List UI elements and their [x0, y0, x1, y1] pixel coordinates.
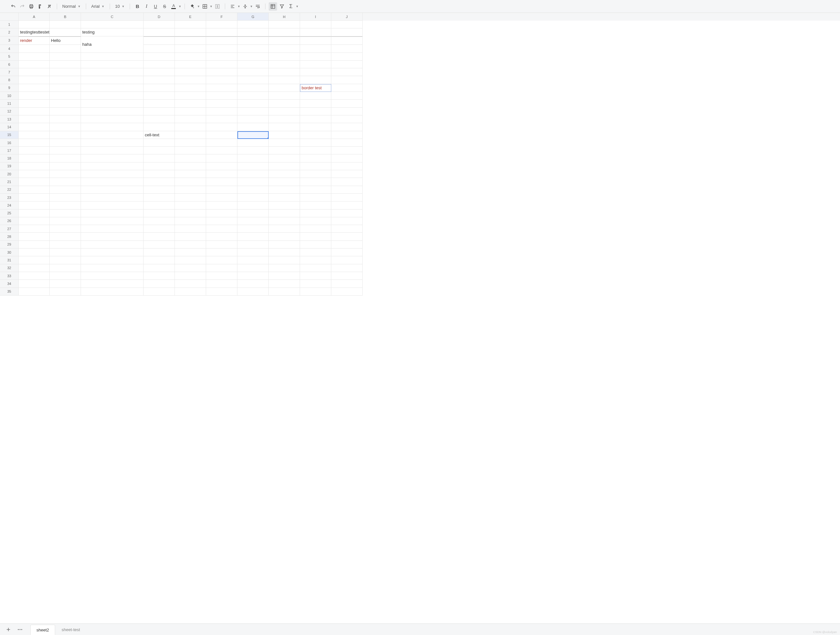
cell-H31[interactable] [269, 256, 300, 264]
cell-H17[interactable] [269, 147, 300, 154]
row-header-1[interactable]: 1 [0, 20, 19, 28]
cell-C33[interactable] [81, 272, 144, 280]
cell-B11[interactable] [50, 99, 81, 107]
cell-H25[interactable] [269, 210, 300, 217]
cell-C34[interactable] [81, 280, 144, 288]
cell-A14[interactable] [19, 123, 50, 131]
cell-J8[interactable] [331, 76, 363, 84]
valign-button[interactable]: ▼ [241, 2, 253, 11]
row-header-33[interactable]: 33 [0, 272, 19, 280]
cell-F35[interactable] [206, 288, 237, 296]
cell-C30[interactable] [81, 249, 144, 256]
cell-B30[interactable] [50, 249, 81, 256]
cell-H6[interactable] [269, 61, 300, 68]
cell-C31[interactable] [81, 256, 144, 264]
row-header-12[interactable]: 12 [0, 108, 19, 115]
cell-D3[interactable] [144, 36, 175, 45]
row-header-8[interactable]: 8 [0, 76, 19, 84]
row-header-27[interactable]: 27 [0, 225, 19, 233]
cell-G10[interactable] [237, 92, 269, 99]
cell-B27[interactable] [50, 225, 81, 233]
cell-F27[interactable] [206, 225, 237, 233]
cell-D22[interactable] [144, 186, 175, 194]
cell-B35[interactable] [50, 288, 81, 296]
cell-C17[interactable] [81, 147, 144, 154]
cell-E8[interactable] [175, 76, 206, 84]
cell-H11[interactable] [269, 99, 300, 107]
fill-color-button[interactable]: ▼ [188, 2, 200, 11]
cell-H19[interactable] [269, 162, 300, 170]
cell-F10[interactable] [206, 92, 237, 99]
cell-C16[interactable] [81, 139, 144, 147]
cell-B10[interactable] [50, 92, 81, 99]
cell-I11[interactable] [300, 99, 331, 107]
cell-C32[interactable] [81, 264, 144, 272]
cell-G21[interactable] [237, 178, 269, 186]
cell-H23[interactable] [269, 194, 300, 202]
cell-G12[interactable] [237, 108, 269, 115]
cell-G32[interactable] [237, 264, 269, 272]
cell-I17[interactable] [300, 147, 331, 154]
cell-C26[interactable] [81, 217, 144, 225]
selection-handle[interactable] [267, 138, 269, 139]
underline-button[interactable]: U [151, 2, 159, 11]
cell-D25[interactable] [144, 210, 175, 217]
cell-B7[interactable] [50, 68, 81, 76]
cell-J26[interactable] [331, 217, 363, 225]
format-select[interactable]: Normal ▼ [60, 2, 82, 11]
cell-D28[interactable] [144, 233, 175, 241]
cell-A7[interactable] [19, 68, 50, 76]
row-header-21[interactable]: 21 [0, 178, 19, 186]
cell-E11[interactable] [175, 99, 206, 107]
cell-A17[interactable] [19, 147, 50, 154]
cell-F8[interactable] [206, 76, 237, 84]
cell-J4[interactable] [331, 45, 363, 53]
cell-H34[interactable] [269, 280, 300, 288]
cell-D23[interactable] [144, 194, 175, 202]
row-header-22[interactable]: 22 [0, 186, 19, 194]
row-header-15[interactable]: 15 [0, 131, 19, 139]
cell-A3[interactable]: render [19, 36, 50, 45]
cell-I10[interactable] [300, 92, 331, 99]
cell-B8[interactable] [50, 76, 81, 84]
cell-C1[interactable] [81, 20, 144, 28]
cell-A27[interactable] [19, 225, 50, 233]
cell-H28[interactable] [269, 233, 300, 241]
cell-F19[interactable] [206, 162, 237, 170]
row-header-28[interactable]: 28 [0, 233, 19, 241]
cell-I18[interactable] [300, 154, 331, 162]
cell-C27[interactable] [81, 225, 144, 233]
cell-G20[interactable] [237, 170, 269, 178]
cell-I5[interactable] [300, 53, 331, 61]
cell-A1[interactable] [19, 20, 50, 28]
cell-B32[interactable] [50, 264, 81, 272]
cell-D19[interactable] [144, 162, 175, 170]
row-header-11[interactable]: 11 [0, 99, 19, 107]
cell-D20[interactable] [144, 170, 175, 178]
cell-A28[interactable] [19, 233, 50, 241]
cell-F28[interactable] [206, 233, 237, 241]
cell-B23[interactable] [50, 194, 81, 202]
cell-C35[interactable] [81, 288, 144, 296]
cell-F17[interactable] [206, 147, 237, 154]
cell-H16[interactable] [269, 139, 300, 147]
undo-button[interactable] [9, 2, 17, 11]
cell-A32[interactable] [19, 264, 50, 272]
cell-D13[interactable] [144, 115, 175, 123]
cell-D30[interactable] [144, 249, 175, 256]
cell-B33[interactable] [50, 272, 81, 280]
cell-A16[interactable] [19, 139, 50, 147]
cell-D8[interactable] [144, 76, 175, 84]
row-header-29[interactable]: 29 [0, 241, 19, 249]
cell-E19[interactable] [175, 162, 206, 170]
cell-A15[interactable] [19, 131, 50, 139]
cell-J17[interactable] [331, 147, 363, 154]
cell-E34[interactable] [175, 280, 206, 288]
cell-C11[interactable] [81, 99, 144, 107]
cell-F34[interactable] [206, 280, 237, 288]
cell-A26[interactable] [19, 217, 50, 225]
cell-J33[interactable] [331, 272, 363, 280]
cell-E16[interactable] [175, 139, 206, 147]
cell-J7[interactable] [331, 68, 363, 76]
cell-F11[interactable] [206, 99, 237, 107]
